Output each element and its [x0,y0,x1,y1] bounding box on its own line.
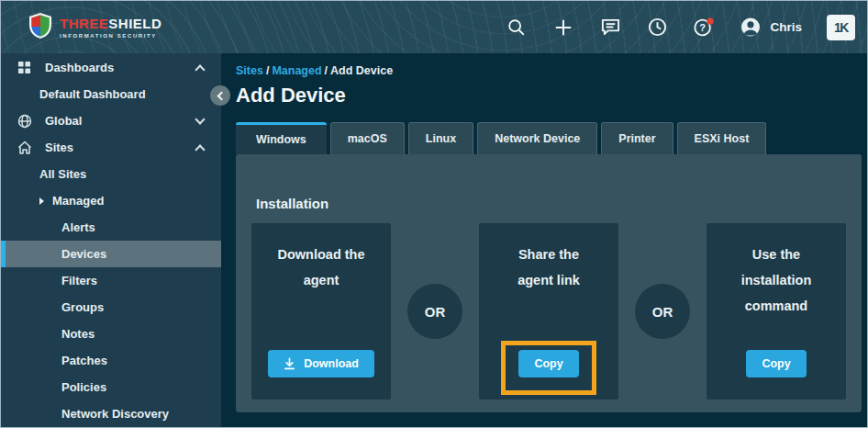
sidebar-item-groups[interactable]: Groups [1,294,221,321]
search-icon[interactable] [506,17,528,39]
breadcrumb-link-managed[interactable]: Managed [272,64,321,77]
installation-options: Download the agent Download [251,223,846,400]
sidebar-item-label: Policies [61,380,106,394]
chevron-up-icon [195,64,205,74]
sidebar-item-alerts[interactable]: Alerts [1,214,221,241]
sidebar-item-label: Sites [45,141,73,154]
brand-name: THREESHIELD [60,17,161,30]
app-window: THREESHIELD INFORMATION SECURITY [0,0,868,428]
breadcrumb-current: Add Device [330,64,393,77]
sidebar-item-filters[interactable]: Filters [1,267,221,294]
page-title: Add Device [236,84,867,107]
sidebar-item-label: Managed [52,194,104,208]
tab-linux[interactable]: Linux [408,122,473,154]
sidebar-item-managed[interactable]: Managed [1,187,221,214]
tab-network-device[interactable]: Network Device [477,122,597,154]
messages-icon[interactable] [599,17,621,39]
download-button[interactable]: Download [268,350,374,377]
globe-icon [17,113,32,129]
tab-windows[interactable]: Windows [236,122,327,154]
sidebar-item-network-discovery[interactable]: Network Discovery [1,400,221,427]
sidebar-item-label: Global [45,114,82,128]
brand-tagline: INFORMATION SECURITY [60,33,161,39]
app-badge[interactable]: 1K [827,15,855,40]
breadcrumb-separator: / [322,64,330,77]
installation-panel: Installation Download the agent [236,154,862,412]
download-icon [284,357,295,370]
or-divider: OR [618,223,707,400]
chevron-left-icon [217,91,227,100]
tab-printer[interactable]: Printer [601,122,673,154]
sidebar-item-dashboards[interactable]: Dashboards [1,54,221,81]
account-icon [740,17,762,39]
sidebar-item-label: Dashboards [45,61,114,74]
add-icon[interactable] [552,17,574,39]
share-agent-link-card: Share the agent link Copy [479,223,618,400]
brand-logo-text: THREESHIELD INFORMATION SECURITY [60,17,161,39]
sidebar-item-devices[interactable]: Devices [1,241,221,267]
breadcrumb: Sites/Managed/Add Device [236,53,867,77]
sidebar-item-policies[interactable]: Policies [1,374,221,400]
download-agent-card: Download the agent Download [251,223,391,400]
history-clock-icon[interactable] [646,17,668,39]
topbar: THREESHIELD INFORMATION SECURITY [1,1,867,53]
help-icon[interactable]: ? [693,17,715,39]
main-content: Sites/Managed/Add Device Add Device Wind… [221,53,867,427]
installation-command-card: Use the installation command Copy [707,223,846,400]
sidebar-item-global[interactable]: Global [1,107,221,134]
sidebar: Dashboards Default Dashboard Global [1,53,221,427]
sidebar-item-label: Notes [61,327,95,341]
sidebar-item-label: Devices [61,247,106,261]
installation-heading: Installation [256,196,862,211]
dashboards-grid-icon [17,60,32,75]
user-menu[interactable]: Chris [740,17,802,39]
notification-dot [707,17,714,24]
sidebar-item-label: Groups [61,300,104,314]
expand-caret-icon [39,197,44,205]
card-title: Download the agent [277,242,364,293]
sidebar-item-patches[interactable]: Patches [1,347,221,374]
topbar-actions: ? Chris 1K [506,15,855,40]
sidebar-item-label: Network Discovery [61,407,169,421]
sidebar-collapse-button[interactable] [210,85,230,106]
sidebar-item-label: Filters [61,274,97,287]
sidebar-item-notes[interactable]: Notes [1,321,221,347]
sidebar-item-all-sites[interactable]: All Sites [1,161,221,187]
sidebar-item-label: All Sites [39,167,86,181]
tab-esxi-host[interactable]: ESXi Host [677,122,767,154]
card-title: Share the agent link [517,242,580,293]
copy-command-button[interactable]: Copy [746,350,806,377]
home-icon [17,140,32,155]
chevron-up-icon [195,144,205,154]
shield-logo-icon [28,12,52,43]
user-name: Chris [770,20,802,34]
brand-logo[interactable]: THREESHIELD INFORMATION SECURITY [28,12,161,43]
sidebar-item-default-dashboard[interactable]: Default Dashboard [1,81,221,107]
chevron-down-icon [195,114,205,124]
sidebar-item-label: Patches [61,354,107,367]
sidebar-item-sites[interactable]: Sites [1,134,221,161]
sidebar-item-label: Alerts [61,220,95,234]
breadcrumb-separator: / [263,64,272,77]
card-title: Use the installation command [741,242,812,319]
copy-link-button[interactable]: Copy [518,350,578,377]
or-circle: OR [635,284,690,339]
platform-tabs: Windows macOS Linux Network Device Print… [236,122,867,154]
breadcrumb-link-sites[interactable]: Sites [236,64,263,77]
or-divider: OR [391,223,479,400]
sidebar-item-label: Default Dashboard [39,87,146,101]
svg-text:?: ? [700,21,707,32]
tab-macos[interactable]: macOS [330,122,405,154]
or-circle: OR [407,284,462,339]
